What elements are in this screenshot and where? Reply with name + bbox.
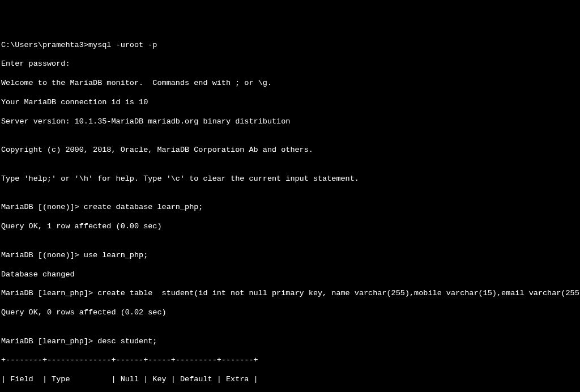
terminal-line: Server version: 10.1.35-MariaDB mariadb.…: [1, 117, 579, 127]
terminal-prompt-line: MariaDB [(none)]> use learn_php;: [1, 251, 579, 261]
table-border: +--------+--------------+------+-----+--…: [1, 356, 579, 365]
terminal-line: Welcome to the MariaDB monitor. Commands…: [1, 79, 579, 88]
terminal-line: Copyright (c) 2000, 2018, Oracle, MariaD…: [1, 146, 579, 155]
terminal-prompt-line: MariaDB [(none)]> create database learn_…: [1, 203, 579, 212]
terminal-line: Type 'help;' or '\h' for help. Type '\c'…: [1, 174, 579, 184]
terminal-line: Enter password:: [1, 59, 579, 69]
terminal-line: Database changed: [1, 270, 579, 280]
terminal-prompt-line: MariaDB [learn_php]> desc student;: [1, 337, 579, 347]
terminal-line: Your MariaDB connection id is 10: [1, 98, 579, 108]
terminal-line: Query OK, 0 rows affected (0.02 sec): [1, 308, 579, 318]
terminal-prompt-line: MariaDB [learn_php]> create table studen…: [1, 289, 579, 299]
terminal-line: Query OK, 1 row affected (0.00 sec): [1, 222, 579, 232]
table-header: | Field | Type | Null | Key | Default | …: [1, 375, 579, 385]
terminal-line: C:\Users\pramehta3>mysql -uroot -p: [1, 41, 579, 50]
